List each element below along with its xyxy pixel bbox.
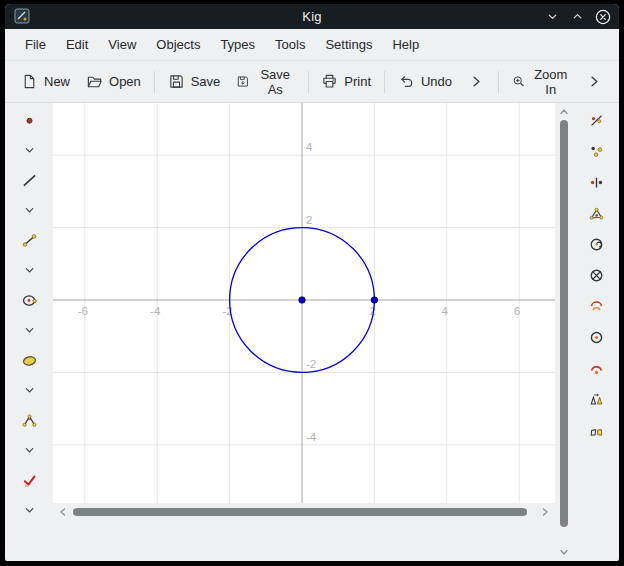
vertical-scroll-track[interactable] <box>557 119 571 545</box>
toolbar-separator <box>308 71 309 93</box>
menu-file[interactable]: File <box>15 33 56 56</box>
menu-edit[interactable]: Edit <box>56 33 98 56</box>
menu-types[interactable]: Types <box>210 33 265 56</box>
chevron-down-icon <box>558 546 570 558</box>
menu-objects[interactable]: Objects <box>146 33 210 56</box>
chevron-left-icon <box>57 506 69 518</box>
scroll-right-button[interactable] <box>538 505 552 519</box>
svg-text:4: 4 <box>442 305 449 317</box>
angle-menu-expander[interactable] <box>15 437 43 463</box>
conic-tool-button[interactable] <box>15 347 43 373</box>
menubar: File Edit View Objects Types Tools Setti… <box>5 29 619 61</box>
chevron-right-icon <box>539 506 551 518</box>
svg-text:-6: -6 <box>78 305 88 317</box>
transform-polygon-tool-button[interactable] <box>582 417 610 443</box>
undo-button-label: Undo <box>421 74 452 89</box>
conic-menu-expander[interactable] <box>15 377 43 403</box>
perpendicular-line-icon <box>589 113 604 128</box>
arc-tool-button[interactable] <box>582 293 610 319</box>
circle-center-icon <box>589 330 604 345</box>
perpendicular-line-tool-button[interactable] <box>582 107 610 133</box>
segment-menu-expander[interactable] <box>15 257 43 283</box>
constructions-toolbar <box>573 103 619 561</box>
spiral-circle-icon <box>589 237 604 252</box>
test-menu-expander[interactable] <box>15 497 43 523</box>
menu-settings[interactable]: Settings <box>315 33 382 56</box>
zoom-in-icon <box>512 73 526 90</box>
line-tool-button[interactable] <box>15 167 43 193</box>
save-as-button[interactable]: Save As <box>228 62 302 102</box>
points-icon <box>589 144 604 159</box>
midpoint-tool-button[interactable] <box>582 169 610 195</box>
scroll-up-button[interactable] <box>557 105 571 119</box>
svg-text:-4: -4 <box>306 431 317 443</box>
toolbar-expander-button[interactable] <box>460 68 493 95</box>
save-button-label: Save <box>191 74 221 89</box>
chevron-down-icon <box>23 384 36 397</box>
svg-text:4: 4 <box>306 141 313 153</box>
point-construction-tool-button[interactable] <box>582 138 610 164</box>
locus-tool-button[interactable] <box>582 355 610 381</box>
close-icon <box>595 9 611 25</box>
point-menu-expander[interactable] <box>15 137 43 163</box>
svg-text:-4: -4 <box>150 305 161 317</box>
segment-icon <box>22 233 37 248</box>
open-button[interactable]: Open <box>78 68 149 95</box>
circle-tool-button[interactable] <box>15 287 43 313</box>
locus-arc-icon <box>589 361 604 376</box>
titlebar[interactable]: Kig <box>5 4 619 29</box>
document-area: -6-4-224642-2-4 <box>53 103 555 561</box>
segment-tool-button[interactable] <box>15 227 43 253</box>
triangle-tool-button[interactable] <box>582 200 610 226</box>
horizontal-scrollbar[interactable] <box>53 503 555 521</box>
vertical-scrollbar[interactable] <box>555 103 573 561</box>
line-menu-expander[interactable] <box>15 197 43 223</box>
svg-text:-2: -2 <box>306 358 316 370</box>
new-document-icon <box>21 73 38 90</box>
reflect-triangle-tool-button[interactable] <box>582 386 610 412</box>
window-controls <box>544 4 611 29</box>
chevron-up-icon <box>558 106 570 118</box>
canvas-drawing[interactable]: -6-4-224642-2-4 <box>53 103 555 503</box>
crossed-circle-icon <box>589 268 604 283</box>
reflect-triangles-icon <box>589 392 604 407</box>
vertical-scroll-thumb[interactable] <box>560 120 568 527</box>
point-tool-button[interactable] <box>15 107 43 133</box>
midpoint-icon <box>589 175 604 190</box>
new-button[interactable]: New <box>13 68 78 95</box>
save-button[interactable]: Save <box>160 68 229 95</box>
minimize-icon <box>545 9 560 24</box>
menu-view[interactable]: View <box>98 33 146 56</box>
save-as-icon <box>236 73 250 90</box>
menu-tools[interactable]: Tools <box>265 33 315 56</box>
chevron-down-icon <box>23 264 36 277</box>
transform-polygons-icon <box>589 423 604 438</box>
scroll-left-button[interactable] <box>56 505 70 519</box>
scroll-down-button[interactable] <box>557 545 571 559</box>
main-area: -6-4-224642-2-4 <box>5 103 619 561</box>
toolbar-separator <box>154 71 155 93</box>
close-button[interactable] <box>594 8 611 25</box>
menu-help[interactable]: Help <box>382 33 429 56</box>
chevron-down-icon <box>23 204 36 217</box>
circle-construction-tool-button[interactable] <box>582 324 610 350</box>
angle-tool-button[interactable] <box>15 407 43 433</box>
horizontal-scroll-track[interactable] <box>70 505 538 519</box>
circle-menu-expander[interactable] <box>15 317 43 343</box>
print-button[interactable]: Print <box>313 68 379 95</box>
zoom-in-button-label: Zoom In <box>532 67 570 97</box>
zoom-in-button[interactable]: Zoom In <box>504 62 578 102</box>
undo-button[interactable]: Undo <box>390 68 460 95</box>
kig-window: Kig File Edit View Objects Types Tools S… <box>5 4 619 561</box>
minimize-button[interactable] <box>544 8 561 25</box>
maximize-icon <box>570 9 585 24</box>
hide-object-tool-button[interactable] <box>582 262 610 288</box>
horizontal-scroll-thumb[interactable] <box>73 508 527 516</box>
conic-arc-tool-button[interactable] <box>582 231 610 257</box>
toolbar-overflow-button[interactable] <box>578 68 611 95</box>
test-check-icon <box>22 473 37 488</box>
geometry-canvas[interactable]: -6-4-224642-2-4 <box>53 103 555 503</box>
maximize-button[interactable] <box>569 8 586 25</box>
test-tool-button[interactable] <box>15 467 43 493</box>
open-button-label: Open <box>109 74 141 89</box>
